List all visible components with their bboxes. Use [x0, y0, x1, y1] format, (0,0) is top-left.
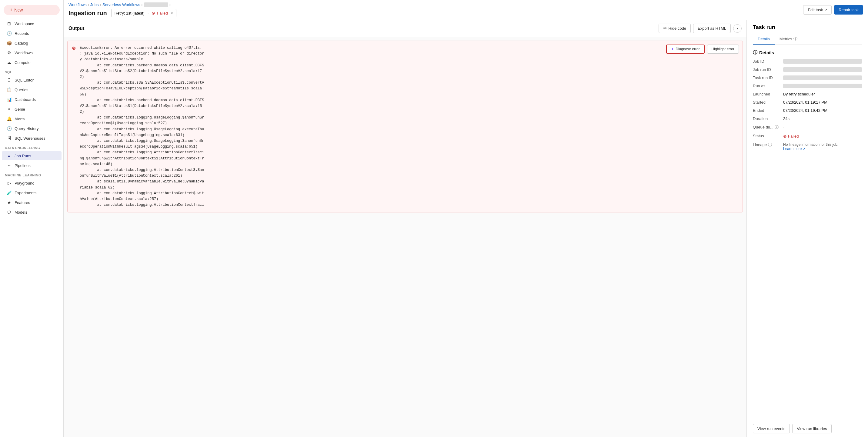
export-html-label: Export as HTML	[698, 26, 726, 31]
details-section-title: ⓘ Details	[753, 50, 862, 56]
pipelines-icon: ↔	[7, 163, 11, 168]
view-run-events-label: View run events	[757, 427, 785, 431]
status-label: Status	[753, 134, 783, 138]
query-history-icon: 🕐	[7, 126, 11, 131]
started-value: 07/23/2024, 01:19:17 PM	[783, 100, 862, 104]
queue-info-icon: ⓘ	[775, 125, 779, 129]
breadcrumb-workflows[interactable]: Workflows	[68, 2, 87, 7]
info-circle-icon: ⓘ	[753, 50, 757, 56]
tab-details[interactable]: Details	[753, 34, 775, 44]
sidebar-item-experiments[interactable]: 🧪 Experiments	[2, 188, 62, 197]
genie-icon: ✦	[7, 107, 11, 112]
queue-du-label-text: Queue du...	[753, 125, 773, 129]
duration-value: 24s	[783, 116, 862, 121]
recents-icon: 🕐	[7, 31, 11, 36]
sidebar-item-genie[interactable]: ✦ Genie	[2, 104, 62, 114]
dashboards-icon: 📊	[7, 97, 11, 102]
task-footer: View run events View run libraries	[747, 420, 868, 437]
sidebar-item-label: Query History	[14, 126, 38, 131]
details-title-label: Details	[759, 50, 774, 55]
sidebar-item-label: SQL Warehouses	[14, 136, 45, 141]
learn-more-link[interactable]: Learn more ↗	[783, 147, 862, 151]
retry-label: Retry: 1st (latest)	[115, 11, 145, 15]
sidebar-item-sql-warehouses[interactable]: 🗄 SQL Warehouses	[2, 134, 62, 143]
error-action-bar: ✦ Diagnose error Highlight error	[666, 44, 739, 54]
task-run-id-label: Task run ID	[753, 75, 783, 80]
view-run-events-button[interactable]: View run events	[753, 424, 790, 433]
sidebar-item-pipelines[interactable]: ↔ Pipelines	[2, 161, 62, 170]
task-panel-header: Task run Details Metrics ⓘ	[747, 20, 868, 45]
new-button[interactable]: + New	[4, 5, 60, 15]
edit-task-label: Edit task	[808, 7, 823, 12]
failed-label: Failed	[157, 11, 167, 15]
retry-dropdown[interactable]: Retry: 1st (latest) · ⊗ Failed ▾	[111, 9, 176, 17]
detail-row-job-run-id: Job run ID	[753, 67, 862, 72]
hide-code-button[interactable]: 👁 Hide code	[658, 24, 691, 33]
launched-value: By retry scheduler	[783, 92, 862, 96]
started-label: Started	[753, 100, 783, 104]
detail-row-status: Status ⊗ Failed	[753, 134, 862, 138]
topbar-actions: Edit task ↗ Repair task	[803, 5, 863, 14]
section-ml: Machine Learning	[0, 170, 63, 178]
queue-du-value: -	[783, 125, 862, 129]
breadcrumb-serverless[interactable]: Serverless Workflows	[102, 2, 140, 7]
sidebar-item-alerts[interactable]: 🔔 Alerts	[2, 114, 62, 123]
breadcrumb: Workflows › Jobs › Serverless Workflows …	[68, 2, 176, 7]
lineage-label-text: Lineage	[753, 143, 767, 147]
sidebar-item-recents[interactable]: 🕐 Recents	[2, 29, 62, 38]
highlight-label: Highlight error	[712, 47, 734, 51]
lineage-label: Lineage ⓘ	[753, 142, 783, 148]
tab-metrics[interactable]: Metrics ⓘ	[775, 34, 802, 44]
models-icon: ⬡	[7, 210, 11, 215]
view-run-libraries-button[interactable]: View run libraries	[792, 424, 831, 433]
edit-task-button[interactable]: Edit task ↗	[803, 5, 832, 14]
diagnose-error-button[interactable]: ✦ Diagnose error	[666, 44, 704, 54]
sidebar-item-sql-editor[interactable]: 🗒 SQL Editor	[2, 75, 62, 85]
topbar-left: Workflows › Jobs › Serverless Workflows …	[68, 2, 176, 17]
launched-label: Launched	[753, 92, 783, 96]
alerts-icon: 🔔	[7, 116, 11, 121]
sidebar-item-label: Experiments	[14, 191, 36, 195]
sidebar-item-workspace[interactable]: ⊞ Workspace	[2, 19, 62, 28]
sql-editor-icon: 🗒	[7, 77, 11, 83]
sidebar-item-label: Features	[14, 200, 30, 205]
tab-metrics-label: Metrics	[779, 37, 792, 41]
detail-row-task-run-id: Task run ID	[753, 75, 862, 80]
sidebar-item-label: Dashboards	[14, 97, 36, 102]
workflows-icon: ⚙	[7, 50, 11, 55]
features-icon: ★	[7, 200, 11, 205]
sidebar-item-playground[interactable]: ▷ Playground	[2, 179, 62, 188]
highlight-error-button[interactable]: Highlight error	[707, 44, 739, 54]
detail-row-job-id: Job ID	[753, 59, 862, 64]
sidebar-item-queries[interactable]: 📋 Queries	[2, 85, 62, 94]
status-failed-display: ⊗ Failed	[783, 134, 862, 138]
sql-warehouses-icon: 🗄	[7, 136, 11, 141]
sidebar-item-catalog[interactable]: 📦 Catalog	[2, 38, 62, 48]
sidebar-item-label: Alerts	[14, 117, 25, 121]
external-link-icon: ↗	[824, 8, 827, 12]
dropdown-chevron: ▾	[171, 11, 173, 15]
sidebar-item-features[interactable]: ★ Features	[2, 198, 62, 207]
sidebar-item-workflows[interactable]: ⚙ Workflows	[2, 48, 62, 57]
detail-row-run-as: Run as	[753, 84, 862, 88]
main-content: Workflows › Jobs › Serverless Workflows …	[64, 0, 868, 437]
sidebar-item-compute[interactable]: ☁ Compute	[2, 58, 62, 67]
detail-row-lineage: Lineage ⓘ No lineage information for thi…	[753, 142, 862, 151]
repair-task-button[interactable]: Repair task	[834, 5, 863, 14]
sidebar-item-models[interactable]: ⬡ Models	[2, 208, 62, 217]
error-circle-icon: ⊗	[72, 45, 76, 51]
queries-icon: 📋	[7, 87, 11, 92]
sidebar-item-query-history[interactable]: 🕐 Query History	[2, 124, 62, 133]
collapse-panel-button[interactable]: ›	[733, 24, 742, 33]
task-run-panel: Task run Details Metrics ⓘ ⓘ Details	[747, 20, 868, 437]
plus-icon: +	[10, 7, 12, 13]
export-html-button[interactable]: Export as HTML	[693, 24, 731, 33]
status-value: ⊗ Failed	[783, 134, 862, 138]
detail-row-queue-du: Queue du... ⓘ -	[753, 125, 862, 130]
sparkle-icon: ✦	[671, 47, 674, 51]
sidebar-item-dashboards[interactable]: 📊 Dashboards	[2, 95, 62, 104]
sidebar-item-label: Models	[14, 210, 27, 215]
breadcrumb-jobs[interactable]: Jobs	[90, 2, 98, 7]
detail-row-ended: Ended 07/23/2024, 01:19:42 PM	[753, 108, 862, 113]
sidebar-item-job-runs[interactable]: ≡ Job Runs	[2, 151, 62, 160]
